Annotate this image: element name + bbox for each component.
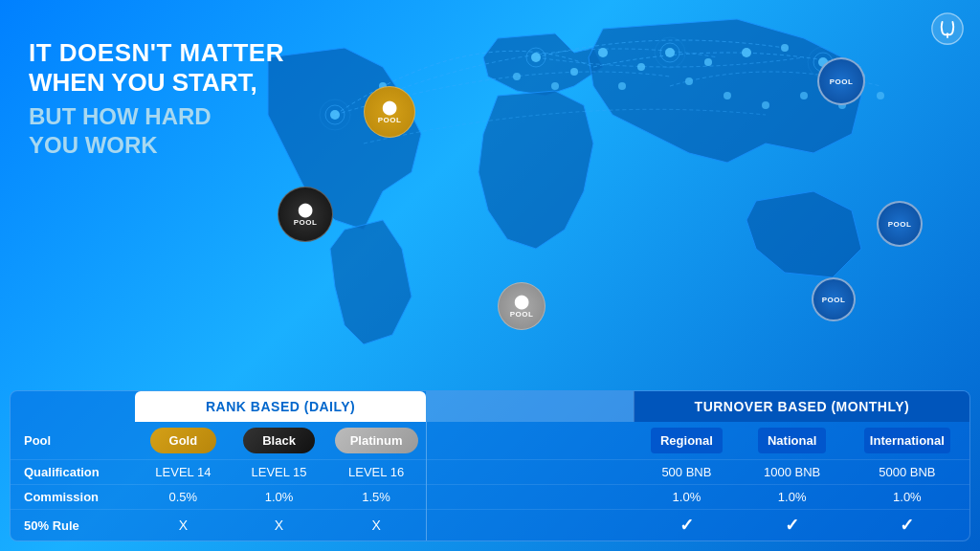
national-qual: 1000 BNB <box>740 460 845 485</box>
divider-cell <box>426 391 634 422</box>
regional-comm: 1.0% <box>634 485 739 510</box>
national-pool-cell: National <box>740 422 845 460</box>
svg-point-12 <box>618 82 626 90</box>
div4 <box>426 510 634 541</box>
pool-mid-right-circle: POOL <box>877 201 923 247</box>
table-wrapper: RANK BASED (DAILY) TURNOVER BASED (MONTH… <box>10 390 970 541</box>
svg-point-0 <box>330 110 340 120</box>
national-pool-button: National <box>758 428 826 453</box>
empty-header-cell <box>11 391 135 422</box>
svg-point-9 <box>781 44 789 52</box>
rank-based-header: RANK BASED (DAILY) <box>135 391 426 422</box>
pool-row-label: Pool <box>11 422 135 460</box>
pool-black-label: POOL <box>294 218 318 227</box>
regional-rule-check: ✓ <box>679 516 694 535</box>
regional-pool-button: Regional <box>651 428 723 453</box>
regional-rule: ✓ <box>634 510 739 541</box>
headline-line1: IT DOESN'T MATTER <box>29 38 284 68</box>
svg-point-18 <box>877 92 884 99</box>
platinum-pool-cell: Platinum <box>327 422 426 460</box>
pool-top-right-label: POOL <box>830 77 854 86</box>
world-map <box>191 0 980 349</box>
rank-section-header-cell: RANK BASED (DAILY) <box>135 391 426 422</box>
national-rule-check: ✓ <box>785 516 799 535</box>
gold-comm: 0.5% <box>135 485 231 510</box>
svg-point-14 <box>724 92 731 99</box>
international-pool-button: International <box>864 428 950 453</box>
svg-point-19 <box>513 73 521 80</box>
regional-pool-cell: Regional <box>634 422 739 460</box>
international-rule: ✓ <box>845 510 969 541</box>
table-container: RANK BASED (DAILY) TURNOVER BASED (MONTH… <box>10 390 970 541</box>
svg-point-5 <box>637 63 645 71</box>
pool-black-circle: ⬤ POOL <box>278 187 333 242</box>
gold-pool-cell: Gold <box>135 422 231 460</box>
gold-rule-value: X <box>179 518 188 533</box>
turnover-section-header-cell: TURNOVER BASED (MONTHLY) <box>634 391 969 422</box>
international-rule-check: ✓ <box>900 516 914 535</box>
logo <box>930 11 965 46</box>
black-pool-button: Black <box>243 428 315 453</box>
svg-point-28 <box>932 13 963 44</box>
platinum-comm: 1.5% <box>327 485 426 510</box>
gold-pool-button: Gold <box>150 428 217 453</box>
svg-point-2 <box>531 53 541 62</box>
svg-point-20 <box>551 82 559 90</box>
commission-label: Commission <box>11 485 135 510</box>
headline-line2: WHEN YOU START, <box>29 68 284 98</box>
gold-qual: LEVEL 14 <box>135 460 231 485</box>
svg-point-4 <box>598 48 608 57</box>
pool-mid-right-label: POOL <box>888 220 912 229</box>
platinum-rule-value: X <box>371 518 380 533</box>
svg-point-13 <box>685 77 693 85</box>
international-comm: 1.0% <box>845 485 969 510</box>
black-rule-value: X <box>275 518 283 533</box>
pool-top-right-circle: POOL <box>817 57 865 105</box>
gold-rule: X <box>135 510 231 541</box>
headline: IT DOESN'T MATTER WHEN YOU START, BUT HO… <box>29 38 284 159</box>
qualification-row: Qualification LEVEL 14 LEVEL 15 LEVEL 16… <box>11 460 969 485</box>
pool-gold-circle: ⬤ POOL <box>364 86 415 138</box>
pool-row: Pool Gold Black Platinum Regional Nation… <box>11 422 969 460</box>
national-rule: ✓ <box>740 510 845 541</box>
international-pool-cell: International <box>845 422 969 460</box>
headline-line4: YOU WORK <box>29 132 284 159</box>
svg-point-7 <box>704 58 712 66</box>
div2 <box>426 460 634 485</box>
rule-label: 50% Rule <box>11 510 135 541</box>
svg-point-3 <box>570 68 578 76</box>
platinum-pool-button: Platinum <box>335 428 418 453</box>
svg-point-15 <box>762 101 769 109</box>
svg-point-6 <box>665 48 675 57</box>
international-qual: 5000 BNB <box>845 460 969 485</box>
rule-row: 50% Rule X X X ✓ ✓ ✓ <box>11 510 969 541</box>
pool-grey-circle: ⬤ POOL <box>498 282 546 330</box>
svg-point-16 <box>800 92 808 99</box>
svg-point-8 <box>742 48 751 57</box>
qualification-label: Qualification <box>11 460 135 485</box>
platinum-rule: X <box>327 510 426 541</box>
regional-qual: 500 BNB <box>634 460 739 485</box>
pool-black-icon: ⬤ <box>298 202 313 217</box>
national-comm: 1.0% <box>740 485 845 510</box>
div3 <box>426 485 634 510</box>
black-pool-cell: Black <box>231 422 326 460</box>
pool-grey-label: POOL <box>510 310 534 319</box>
divider-cell2 <box>426 422 634 460</box>
black-qual: LEVEL 15 <box>231 460 326 485</box>
headline-line3: BUT HOW HARD <box>29 101 284 131</box>
black-rule: X <box>231 510 326 541</box>
platinum-qual: LEVEL 16 <box>327 460 426 485</box>
pool-table: RANK BASED (DAILY) TURNOVER BASED (MONTH… <box>11 391 969 540</box>
section-header-row: RANK BASED (DAILY) TURNOVER BASED (MONTH… <box>11 391 969 422</box>
black-comm: 1.0% <box>231 485 326 510</box>
commission-row: Commission 0.5% 1.0% 1.5% 1.0% 1.0% 1.0% <box>11 485 969 510</box>
pool-gold-icon: ⬤ <box>382 99 397 115</box>
pool-grey-icon: ⬤ <box>514 294 529 309</box>
pool-bot-right-label: POOL <box>822 296 846 304</box>
pool-gold-label: POOL <box>378 116 402 124</box>
pool-bot-right-circle: POOL <box>812 277 856 321</box>
